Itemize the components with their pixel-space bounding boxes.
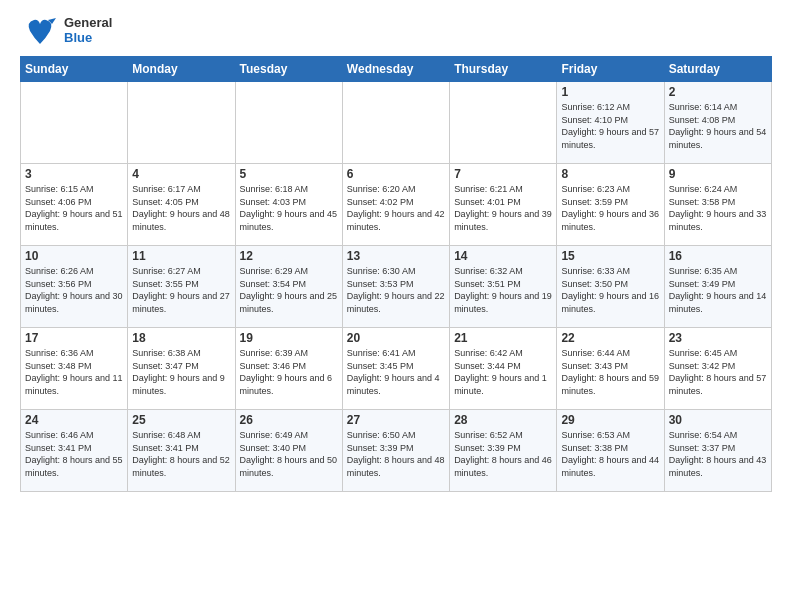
day-info: Sunrise: 6:41 AMSunset: 3:45 PMDaylight:… [347, 347, 445, 397]
day-info: Sunrise: 6:32 AMSunset: 3:51 PMDaylight:… [454, 265, 552, 315]
calendar-cell: 30Sunrise: 6:54 AMSunset: 3:37 PMDayligh… [664, 410, 771, 492]
day-info: Sunrise: 6:18 AMSunset: 4:03 PMDaylight:… [240, 183, 338, 233]
calendar-week-3: 10Sunrise: 6:26 AMSunset: 3:56 PMDayligh… [21, 246, 772, 328]
day-number: 8 [561, 167, 659, 181]
day-info: Sunrise: 6:48 AMSunset: 3:41 PMDaylight:… [132, 429, 230, 479]
calendar-cell: 10Sunrise: 6:26 AMSunset: 3:56 PMDayligh… [21, 246, 128, 328]
calendar-cell: 7Sunrise: 6:21 AMSunset: 4:01 PMDaylight… [450, 164, 557, 246]
logo-bird-icon [20, 16, 58, 46]
day-info: Sunrise: 6:38 AMSunset: 3:47 PMDaylight:… [132, 347, 230, 397]
day-info: Sunrise: 6:23 AMSunset: 3:59 PMDaylight:… [561, 183, 659, 233]
day-info: Sunrise: 6:14 AMSunset: 4:08 PMDaylight:… [669, 101, 767, 151]
day-number: 24 [25, 413, 123, 427]
day-info: Sunrise: 6:15 AMSunset: 4:06 PMDaylight:… [25, 183, 123, 233]
logo-general: General [64, 16, 112, 31]
calendar-cell [235, 82, 342, 164]
day-info: Sunrise: 6:20 AMSunset: 4:02 PMDaylight:… [347, 183, 445, 233]
day-info: Sunrise: 6:42 AMSunset: 3:44 PMDaylight:… [454, 347, 552, 397]
day-info: Sunrise: 6:21 AMSunset: 4:01 PMDaylight:… [454, 183, 552, 233]
day-number: 19 [240, 331, 338, 345]
day-info: Sunrise: 6:44 AMSunset: 3:43 PMDaylight:… [561, 347, 659, 397]
calendar-cell: 3Sunrise: 6:15 AMSunset: 4:06 PMDaylight… [21, 164, 128, 246]
day-number: 23 [669, 331, 767, 345]
day-number: 11 [132, 249, 230, 263]
day-number: 5 [240, 167, 338, 181]
calendar-cell: 16Sunrise: 6:35 AMSunset: 3:49 PMDayligh… [664, 246, 771, 328]
calendar-cell [342, 82, 449, 164]
day-info: Sunrise: 6:30 AMSunset: 3:53 PMDaylight:… [347, 265, 445, 315]
calendar-cell: 17Sunrise: 6:36 AMSunset: 3:48 PMDayligh… [21, 328, 128, 410]
page-header: General Blue [20, 16, 772, 46]
calendar-cell: 14Sunrise: 6:32 AMSunset: 3:51 PMDayligh… [450, 246, 557, 328]
day-number: 1 [561, 85, 659, 99]
weekday-header-row: SundayMondayTuesdayWednesdayThursdayFrid… [21, 57, 772, 82]
day-number: 14 [454, 249, 552, 263]
day-info: Sunrise: 6:39 AMSunset: 3:46 PMDaylight:… [240, 347, 338, 397]
logo-blue: Blue [64, 31, 112, 46]
day-number: 26 [240, 413, 338, 427]
day-number: 18 [132, 331, 230, 345]
calendar-cell: 1Sunrise: 6:12 AMSunset: 4:10 PMDaylight… [557, 82, 664, 164]
calendar-cell [128, 82, 235, 164]
day-number: 25 [132, 413, 230, 427]
weekday-header-sunday: Sunday [21, 57, 128, 82]
calendar-cell: 18Sunrise: 6:38 AMSunset: 3:47 PMDayligh… [128, 328, 235, 410]
day-info: Sunrise: 6:54 AMSunset: 3:37 PMDaylight:… [669, 429, 767, 479]
weekday-header-thursday: Thursday [450, 57, 557, 82]
calendar-cell: 9Sunrise: 6:24 AMSunset: 3:58 PMDaylight… [664, 164, 771, 246]
day-info: Sunrise: 6:26 AMSunset: 3:56 PMDaylight:… [25, 265, 123, 315]
day-number: 22 [561, 331, 659, 345]
calendar-cell: 29Sunrise: 6:53 AMSunset: 3:38 PMDayligh… [557, 410, 664, 492]
calendar-cell: 2Sunrise: 6:14 AMSunset: 4:08 PMDaylight… [664, 82, 771, 164]
calendar-cell: 11Sunrise: 6:27 AMSunset: 3:55 PMDayligh… [128, 246, 235, 328]
day-info: Sunrise: 6:24 AMSunset: 3:58 PMDaylight:… [669, 183, 767, 233]
calendar-cell: 22Sunrise: 6:44 AMSunset: 3:43 PMDayligh… [557, 328, 664, 410]
day-info: Sunrise: 6:50 AMSunset: 3:39 PMDaylight:… [347, 429, 445, 479]
day-info: Sunrise: 6:45 AMSunset: 3:42 PMDaylight:… [669, 347, 767, 397]
weekday-header-friday: Friday [557, 57, 664, 82]
calendar-cell: 4Sunrise: 6:17 AMSunset: 4:05 PMDaylight… [128, 164, 235, 246]
calendar-cell: 5Sunrise: 6:18 AMSunset: 4:03 PMDaylight… [235, 164, 342, 246]
calendar-cell: 21Sunrise: 6:42 AMSunset: 3:44 PMDayligh… [450, 328, 557, 410]
calendar-cell: 25Sunrise: 6:48 AMSunset: 3:41 PMDayligh… [128, 410, 235, 492]
calendar-cell [21, 82, 128, 164]
calendar-week-5: 24Sunrise: 6:46 AMSunset: 3:41 PMDayligh… [21, 410, 772, 492]
weekday-header-monday: Monday [128, 57, 235, 82]
day-info: Sunrise: 6:17 AMSunset: 4:05 PMDaylight:… [132, 183, 230, 233]
calendar-cell: 24Sunrise: 6:46 AMSunset: 3:41 PMDayligh… [21, 410, 128, 492]
day-info: Sunrise: 6:36 AMSunset: 3:48 PMDaylight:… [25, 347, 123, 397]
calendar-cell: 20Sunrise: 6:41 AMSunset: 3:45 PMDayligh… [342, 328, 449, 410]
day-number: 28 [454, 413, 552, 427]
day-number: 17 [25, 331, 123, 345]
weekday-header-tuesday: Tuesday [235, 57, 342, 82]
day-info: Sunrise: 6:53 AMSunset: 3:38 PMDaylight:… [561, 429, 659, 479]
calendar-week-4: 17Sunrise: 6:36 AMSunset: 3:48 PMDayligh… [21, 328, 772, 410]
calendar-cell: 28Sunrise: 6:52 AMSunset: 3:39 PMDayligh… [450, 410, 557, 492]
day-number: 9 [669, 167, 767, 181]
day-number: 4 [132, 167, 230, 181]
logo: General Blue [20, 16, 112, 46]
day-info: Sunrise: 6:52 AMSunset: 3:39 PMDaylight:… [454, 429, 552, 479]
day-number: 3 [25, 167, 123, 181]
day-info: Sunrise: 6:12 AMSunset: 4:10 PMDaylight:… [561, 101, 659, 151]
day-number: 10 [25, 249, 123, 263]
calendar-cell: 12Sunrise: 6:29 AMSunset: 3:54 PMDayligh… [235, 246, 342, 328]
calendar-cell: 23Sunrise: 6:45 AMSunset: 3:42 PMDayligh… [664, 328, 771, 410]
calendar-week-2: 3Sunrise: 6:15 AMSunset: 4:06 PMDaylight… [21, 164, 772, 246]
calendar-cell: 13Sunrise: 6:30 AMSunset: 3:53 PMDayligh… [342, 246, 449, 328]
calendar-week-1: 1Sunrise: 6:12 AMSunset: 4:10 PMDaylight… [21, 82, 772, 164]
logo-text-block: General Blue [20, 16, 112, 46]
calendar-cell: 6Sunrise: 6:20 AMSunset: 4:02 PMDaylight… [342, 164, 449, 246]
calendar-cell: 26Sunrise: 6:49 AMSunset: 3:40 PMDayligh… [235, 410, 342, 492]
calendar-table: SundayMondayTuesdayWednesdayThursdayFrid… [20, 56, 772, 492]
day-number: 12 [240, 249, 338, 263]
day-number: 21 [454, 331, 552, 345]
day-number: 20 [347, 331, 445, 345]
day-info: Sunrise: 6:27 AMSunset: 3:55 PMDaylight:… [132, 265, 230, 315]
day-number: 30 [669, 413, 767, 427]
day-number: 13 [347, 249, 445, 263]
calendar-cell: 19Sunrise: 6:39 AMSunset: 3:46 PMDayligh… [235, 328, 342, 410]
calendar-cell: 8Sunrise: 6:23 AMSunset: 3:59 PMDaylight… [557, 164, 664, 246]
day-number: 16 [669, 249, 767, 263]
day-number: 29 [561, 413, 659, 427]
